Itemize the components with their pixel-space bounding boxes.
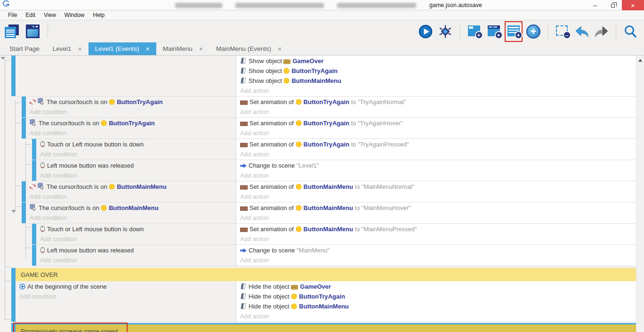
event-block[interactable]: Left mouse button was releasedAdd condit…: [32, 160, 636, 181]
menu-view[interactable]: View: [40, 10, 60, 20]
event-block[interactable]: Touch or Left mouse button is downAdd co…: [32, 224, 636, 245]
tab-level1[interactable]: Level1×: [46, 42, 89, 55]
action-line[interactable]: Show object ButtonMainMenu: [240, 76, 636, 86]
remove-selection-button[interactable]: –: [554, 23, 570, 40]
tab-mainmenu-events[interactable]: MainMenu (Events)×: [209, 42, 288, 55]
add-condition-button[interactable]: Add condition: [30, 192, 236, 202]
tab-close-icon[interactable]: ×: [199, 45, 203, 53]
comment-event[interactable]: Progressively increase game speed: [11, 323, 636, 332]
add-action-button[interactable]: Add action: [240, 149, 636, 159]
add-condition-button[interactable]: Add condition: [30, 107, 236, 117]
undo-button[interactable]: [574, 23, 590, 40]
condition-line[interactable]: Touch or Left mouse button is down: [40, 139, 236, 149]
event-block[interactable]: The cursor/touch is on ButtonMainMenuAdd…: [22, 181, 636, 202]
event-block[interactable]: Touch or Left mouse button is downAdd co…: [32, 139, 636, 160]
event-block[interactable]: At the beginning of the sceneAdd conditi…: [11, 281, 636, 322]
action-line[interactable]: Set animation of ButtonTryAgain to "TryA…: [240, 97, 636, 107]
tab-level1-events[interactable]: Level1 (Events)×: [89, 42, 156, 55]
tab-close-icon[interactable]: ×: [78, 45, 82, 53]
menu-edit[interactable]: Edit: [21, 10, 40, 20]
event-handle[interactable]: [22, 97, 26, 117]
animation-icon: [240, 97, 248, 107]
close-button[interactable]: ×: [622, 0, 644, 10]
add-action-button[interactable]: Add action: [240, 192, 636, 202]
add-condition-button[interactable]: Add condition: [30, 128, 236, 138]
condition-line[interactable]: At the beginning of the scene: [19, 282, 236, 292]
condition-line[interactable]: The cursor/touch is on ButtonMainMenu: [30, 203, 236, 213]
condition-line[interactable]: Left mouse button was released: [40, 245, 236, 255]
event-handle[interactable]: [11, 268, 16, 281]
add-event-button[interactable]: +: [506, 23, 522, 40]
text-part: to: [353, 204, 362, 211]
restore-button[interactable]: [604, 0, 622, 10]
add-action-button[interactable]: Add action: [240, 213, 636, 223]
add-condition-button[interactable]: Add condition: [19, 292, 236, 301]
condition-line[interactable]: The cursor/touch is on ButtonTryAgain: [30, 118, 236, 128]
action-line[interactable]: Hide the object ButtonTryAgain: [240, 292, 636, 301]
condition-line[interactable]: Touch or Left mouse button is down: [40, 224, 236, 234]
add-condition-button[interactable]: Add condition: [40, 255, 236, 265]
debug-button[interactable]: [437, 23, 453, 40]
add-object-button[interactable]: +: [525, 23, 541, 40]
add-external-events-button[interactable]: +: [486, 23, 502, 40]
event-block[interactable]: The cursor/touch is on ButtonTryAgainAdd…: [22, 118, 636, 139]
event-block[interactable]: Show object GameOverShow object ButtonTr…: [11, 56, 636, 97]
event-handle[interactable]: [22, 118, 26, 138]
action-line[interactable]: Show object ButtonTryAgain: [240, 66, 636, 76]
add-scene-button[interactable]: +: [466, 23, 482, 40]
add-condition-button[interactable]: Add condition: [40, 149, 236, 159]
condition-line[interactable]: The cursor/touch is on ButtonMainMenu: [30, 182, 236, 192]
menu-window[interactable]: Window: [60, 10, 89, 20]
action-line[interactable]: Show object GameOver: [240, 56, 636, 66]
condition-line[interactable]: Left mouse button was released: [40, 161, 236, 170]
add-action-button[interactable]: Add action: [240, 128, 636, 138]
event-handle[interactable]: [32, 160, 36, 181]
event-handle[interactable]: [11, 56, 16, 96]
project-manager-button[interactable]: [4, 23, 20, 40]
action-line[interactable]: Change to scene "Level1": [240, 161, 636, 170]
action-line[interactable]: Set animation of ButtonTryAgain to "TryA…: [240, 139, 636, 149]
add-action-button[interactable]: Add action: [240, 311, 636, 321]
add-action-button[interactable]: Add action: [240, 170, 636, 180]
tab-mainmenu[interactable]: MainMenu×: [156, 42, 209, 55]
action-line[interactable]: Set animation of ButtonMainMenu to "Main…: [240, 203, 636, 213]
scene-editor-button[interactable]: [24, 23, 40, 40]
menu-file[interactable]: File: [4, 10, 21, 20]
event-block[interactable]: The cursor/touch is on ButtonMainMenuAdd…: [22, 202, 636, 224]
event-handle[interactable]: [22, 202, 26, 223]
action-line[interactable]: Hide the object ButtonMainMenu: [240, 301, 636, 311]
event-block[interactable]: Left mouse button was releasedAdd condit…: [32, 245, 636, 266]
tab-close-icon[interactable]: ×: [278, 45, 282, 53]
action-line[interactable]: Set animation of ButtonMainMenu to "Main…: [240, 224, 636, 234]
tab-label: Start Page: [9, 45, 40, 52]
event-handle[interactable]: [32, 139, 36, 160]
event-handle[interactable]: [32, 245, 36, 266]
search-button[interactable]: [622, 23, 638, 40]
action-line[interactable]: Set animation of ButtonMainMenu to "Main…: [240, 182, 636, 192]
action-line[interactable]: Hide the object GameOver: [240, 282, 636, 292]
add-action-button[interactable]: Add action: [240, 86, 636, 96]
add-action-button[interactable]: Add action: [240, 107, 636, 117]
event-handle[interactable]: [22, 181, 26, 202]
add-condition-button[interactable]: Add condition: [30, 213, 236, 223]
add-action-button[interactable]: Add action: [240, 255, 636, 265]
event-handle[interactable]: [11, 324, 16, 332]
action-line[interactable]: Change to scene "MainMenu": [240, 245, 636, 255]
event-handle[interactable]: [11, 281, 16, 322]
tab-start-page[interactable]: Start Page: [3, 42, 46, 55]
tab-close-icon[interactable]: ×: [146, 45, 150, 53]
add-condition-button[interactable]: Add condition: [40, 170, 236, 180]
condition-line[interactable]: The cursor/touch is on ButtonTryAgain: [30, 97, 236, 107]
event-handle[interactable]: [32, 224, 36, 244]
action-line[interactable]: Set animation of ButtonTryAgain to "TryA…: [240, 118, 636, 128]
minimize-button[interactable]: –: [586, 0, 604, 10]
play-button[interactable]: [418, 23, 434, 40]
event-block[interactable]: The cursor/touch is on ButtonTryAgainAdd…: [22, 97, 636, 118]
add-condition-button[interactable]: Add condition: [40, 234, 236, 244]
vertical-scrollbar[interactable]: [636, 56, 644, 332]
redo-button[interactable]: [594, 23, 610, 40]
comment-event[interactable]: GAME OVER: [11, 268, 636, 281]
scroll-up-icon[interactable]: [638, 59, 642, 62]
menu-help[interactable]: Help: [89, 10, 109, 20]
add-action-button[interactable]: Add action: [240, 234, 636, 244]
